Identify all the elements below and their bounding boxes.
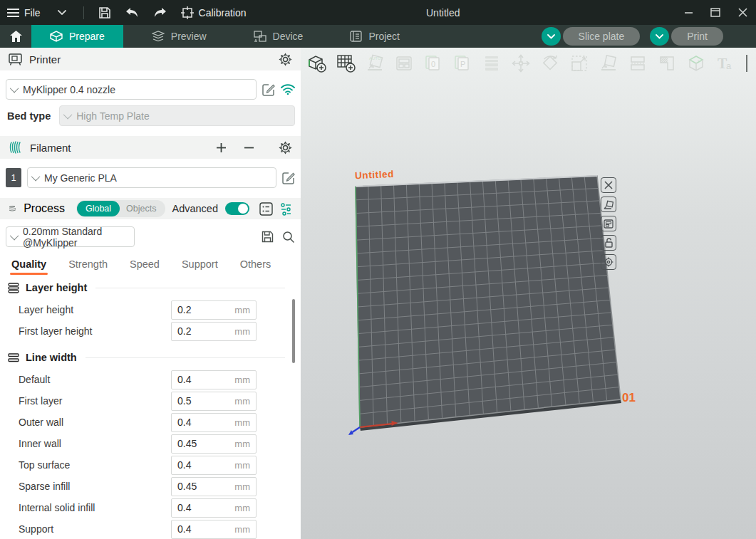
slice-plate-split-button: Slice plate xyxy=(542,27,641,46)
process-preset-value: 0.20mm Standard @MyKlipper xyxy=(23,226,128,248)
advanced-toggle[interactable] xyxy=(225,202,249,215)
plate-settings-button[interactable] xyxy=(601,254,616,270)
filament-settings-button[interactable] xyxy=(279,141,292,155)
inner-wall-line-width-input[interactable]: 0.45 mm xyxy=(171,434,257,454)
calibration-label: Calibration xyxy=(199,7,247,19)
first-layer-line-width-input[interactable]: 0.5 mm xyxy=(171,392,257,411)
mesh-boolean-button xyxy=(685,53,707,74)
param-unit: mm xyxy=(234,417,250,428)
param-unit: mm xyxy=(234,503,250,513)
plate-number-label: 01 xyxy=(622,391,636,405)
support-line-width-input[interactable]: 0.4 mm xyxy=(171,520,257,539)
slice-plate-button[interactable]: Slice plate xyxy=(563,27,641,46)
split-to-objects-icon: 0 xyxy=(423,53,443,73)
build-plate[interactable] xyxy=(301,48,756,539)
delete-plate-button[interactable] xyxy=(601,177,616,193)
lock-plate-button[interactable] xyxy=(601,235,616,251)
param-row-default: Default 0.4 mm xyxy=(6,369,295,390)
param-label: Sparse infill xyxy=(19,481,171,492)
param-label: Layer height xyxy=(19,304,171,315)
file-dropdown-chevron[interactable] xyxy=(48,0,76,25)
print-button[interactable]: Print xyxy=(671,27,723,46)
tab-strength[interactable]: Strength xyxy=(68,258,108,275)
undo-button[interactable] xyxy=(118,0,146,25)
param-value: 0.4 xyxy=(177,374,234,385)
search-settings-button[interactable] xyxy=(282,231,295,244)
section-title: Layer height xyxy=(26,282,87,293)
scope-global-option[interactable]: Global xyxy=(77,201,120,216)
tab-speed[interactable]: Speed xyxy=(130,258,160,275)
parameter-list-button[interactable] xyxy=(259,202,273,216)
param-row-inner-wall: Inner wall 0.45 mm xyxy=(6,433,295,454)
orient-plate-button[interactable] xyxy=(601,197,616,212)
file-menu-button[interactable]: File xyxy=(0,0,48,25)
toolbar-divider xyxy=(746,55,747,72)
close-button[interactable] xyxy=(729,0,756,25)
viewport-3d[interactable]: AUTO 0 P xyxy=(301,48,756,539)
internal-solid-infill-line-width-input[interactable]: 0.4 mm xyxy=(171,498,257,518)
maximize-button[interactable] xyxy=(702,0,729,25)
bed-type-select[interactable]: High Temp Plate xyxy=(59,105,295,126)
filament-preset-select[interactable]: My Generic PLA xyxy=(27,167,276,188)
printer-preset-row: MyKlipper 0.4 nozzle xyxy=(0,79,301,100)
calibration-button[interactable]: Calibration xyxy=(174,0,254,25)
process-preset-select[interactable]: 0.20mm Standard @MyKlipper xyxy=(6,226,135,247)
gear-icon xyxy=(279,53,292,66)
tab-project[interactable]: Project xyxy=(331,25,418,48)
printer-settings-button[interactable] xyxy=(279,53,292,66)
minimize-button[interactable] xyxy=(675,0,702,25)
tab-device[interactable]: Device xyxy=(235,25,322,48)
gear-icon xyxy=(604,257,613,267)
param-value: 0.4 xyxy=(177,502,234,513)
process-section-header: Process Global Objects Advanced xyxy=(0,198,301,219)
layer-height-input[interactable]: 0.2 mm xyxy=(171,300,257,320)
tune-params-button[interactable] xyxy=(280,202,292,216)
scope-objects-option[interactable]: Objects xyxy=(119,202,163,216)
param-label: Default xyxy=(19,374,171,385)
hamburger-icon xyxy=(7,8,19,18)
line-width-section: Line width Default 0.4 mm First layer 0.… xyxy=(0,352,301,539)
tab-preview[interactable]: Preview xyxy=(133,25,225,48)
param-label: First layer xyxy=(19,395,171,407)
move-icon xyxy=(511,53,531,73)
outer-wall-line-width-input[interactable]: 0.4 mm xyxy=(171,413,257,432)
filament-section-title: Filament xyxy=(30,142,71,154)
chevron-down-icon xyxy=(10,84,19,93)
home-button[interactable] xyxy=(0,25,31,48)
tab-quality[interactable]: Quality xyxy=(11,258,46,275)
param-value: 0.45 xyxy=(177,438,234,449)
layer-height-section: Layer height Layer height 0.2 mm First l… xyxy=(0,282,301,342)
plate-name-label[interactable]: Untitled xyxy=(355,169,395,181)
edit-printer-button[interactable] xyxy=(262,83,275,96)
print-options-button[interactable] xyxy=(650,27,669,46)
add-plate-button[interactable] xyxy=(335,53,356,74)
save-preset-button[interactable] xyxy=(262,231,274,243)
param-row-support: Support 0.4 mm xyxy=(6,518,295,539)
param-row-internal-solid-infill: Internal solid infill 0.4 mm xyxy=(6,497,295,518)
tab-prepare[interactable]: Prepare xyxy=(31,25,123,48)
remove-filament-button[interactable] xyxy=(244,142,254,153)
redo-button[interactable] xyxy=(146,0,174,25)
save-button[interactable] xyxy=(91,0,118,25)
bed-type-value: High Temp Plate xyxy=(76,110,149,122)
param-label: Outer wall xyxy=(19,417,171,428)
filament-index-badge[interactable]: 1 xyxy=(6,168,21,187)
top-surface-line-width-input[interactable]: 0.4 mm xyxy=(171,456,257,475)
sidebar-scrollbar[interactable] xyxy=(292,299,295,363)
wifi-connection-button[interactable] xyxy=(281,84,295,95)
add-object-button[interactable] xyxy=(306,53,327,74)
first-layer-height-input[interactable]: 0.2 mm xyxy=(171,322,257,341)
printer-preset-select[interactable]: MyKlipper 0.4 nozzle xyxy=(6,79,257,100)
arrange-plate-button[interactable] xyxy=(601,216,616,231)
sparse-infill-line-width-input[interactable]: 0.45 mm xyxy=(171,477,257,496)
edit-filament-button[interactable] xyxy=(282,172,295,184)
add-filament-button[interactable] xyxy=(216,142,227,153)
tab-others[interactable]: Others xyxy=(240,258,271,275)
close-icon xyxy=(604,181,613,189)
tab-support[interactable]: Support xyxy=(182,258,218,275)
chevron-down-icon xyxy=(58,10,66,15)
param-label: First layer height xyxy=(19,325,171,337)
add-object-icon xyxy=(306,53,326,73)
default-line-width-input[interactable]: 0.4 mm xyxy=(171,370,257,389)
slice-options-button[interactable] xyxy=(542,27,561,46)
